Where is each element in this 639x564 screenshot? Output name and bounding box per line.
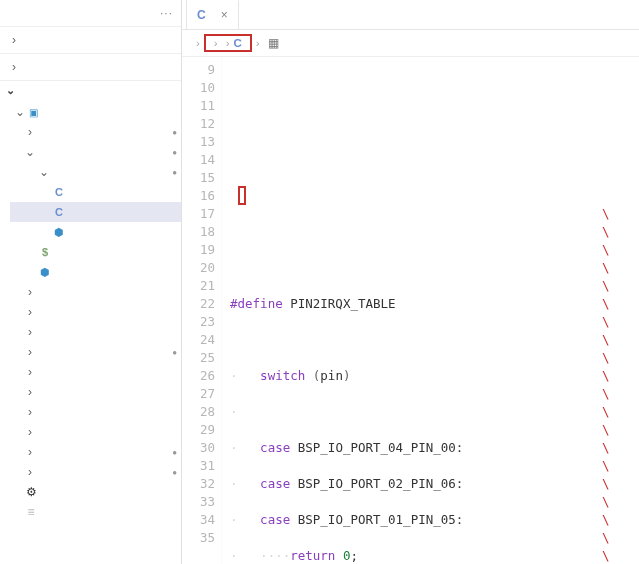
c-file-icon: C <box>52 186 66 198</box>
c-file-icon: C <box>234 37 242 49</box>
sidebar: ··· › › ⌄ ⌄ ▣ › ● ⌄ ● ⌄ <box>0 0 182 564</box>
chevron-down-icon: ⌄ <box>14 105 26 119</box>
tree-project[interactable]: ⌄ ▣ <box>10 102 181 122</box>
c-file-icon: C <box>52 206 66 218</box>
file-icon: ≡ <box>24 505 38 519</box>
tree-build[interactable]: › <box>10 282 181 302</box>
code-editor[interactable]: 9101112131415161718192021222324252627282… <box>182 57 639 564</box>
chevron-down-icon: ⌄ <box>6 84 15 97</box>
tree-config-old[interactable]: ≡ <box>10 502 181 522</box>
code-body[interactable]: #define PIN2IRQX_TABLE · switch (pin) · … <box>222 57 463 564</box>
tree-packages[interactable]: ›● <box>10 342 181 362</box>
tree-ra_gen[interactable]: › <box>10 402 181 422</box>
tree-ra[interactable]: › <box>10 362 181 382</box>
file-tree: ⌄ ▣ › ● ⌄ ● ⌄ ● C C ⬢ <box>0 100 181 524</box>
tree-scons1[interactable]: ⬢ <box>10 222 181 242</box>
python-icon: ⬢ <box>38 266 52 279</box>
chevron-down-icon: ⌄ <box>24 145 36 159</box>
project-icon: ▣ <box>26 107 40 118</box>
tree-ra_cfg[interactable]: › <box>10 382 181 402</box>
chevron-down-icon: ⌄ <box>38 165 50 179</box>
tab-gpio[interactable]: C × <box>187 0 239 29</box>
mod-dot-icon: ● <box>172 128 177 137</box>
open-editors-section[interactable]: › <box>0 27 181 53</box>
chevron-right-icon: › <box>24 125 36 139</box>
python-icon: ⬢ <box>52 226 66 239</box>
mod-dot-icon: ● <box>172 148 177 157</box>
breadcrumb[interactable]: › › › C › ▦ <box>182 30 639 57</box>
tree-board[interactable]: ⌄ ● <box>10 142 181 162</box>
tree-script[interactable]: ›● <box>10 442 181 462</box>
outline-section[interactable]: › <box>0 53 181 80</box>
line-continuation: \\\\\\\\\\\\\\\\\\\\ <box>602 169 639 564</box>
editor-pane: C × › › › C › ▦ 910111213141516171819202… <box>182 0 639 564</box>
c-file-icon: C <box>197 8 206 22</box>
chevron-right-icon: › <box>8 33 20 47</box>
renesas-section[interactable]: ⌄ <box>0 80 181 100</box>
tree-listings[interactable]: › <box>10 302 181 322</box>
table-icon: ▦ <box>268 36 279 50</box>
gear-icon: ⚙ <box>24 485 38 499</box>
tree-fal[interactable]: C <box>10 182 181 202</box>
tree-src[interactable]: ›● <box>10 462 181 482</box>
tree-rte[interactable]: › <box>10 422 181 442</box>
tree-gpio[interactable]: C <box>10 202 181 222</box>
tab-bar: C × <box>182 0 639 30</box>
close-icon[interactable]: × <box>221 8 228 22</box>
line-numbers: 9101112131415161718192021222324252627282… <box>182 57 222 564</box>
tree-config[interactable]: ⚙ <box>10 482 181 502</box>
kconfig-icon: $ <box>38 246 52 258</box>
more-icon[interactable]: ··· <box>160 6 173 20</box>
mod-dot-icon: ● <box>172 168 177 177</box>
crumb-highlight: › › C <box>204 34 252 52</box>
tree-objects[interactable]: › <box>10 322 181 342</box>
tree-kconfig[interactable]: $ <box>10 242 181 262</box>
chevron-right-icon: › <box>8 60 20 74</box>
tree-settings[interactable]: › ● <box>10 122 181 142</box>
tree-ports[interactable]: ⌄ ● <box>10 162 181 182</box>
tree-scons2[interactable]: ⬢ <box>10 262 181 282</box>
explorer-header: ··· <box>0 0 181 27</box>
